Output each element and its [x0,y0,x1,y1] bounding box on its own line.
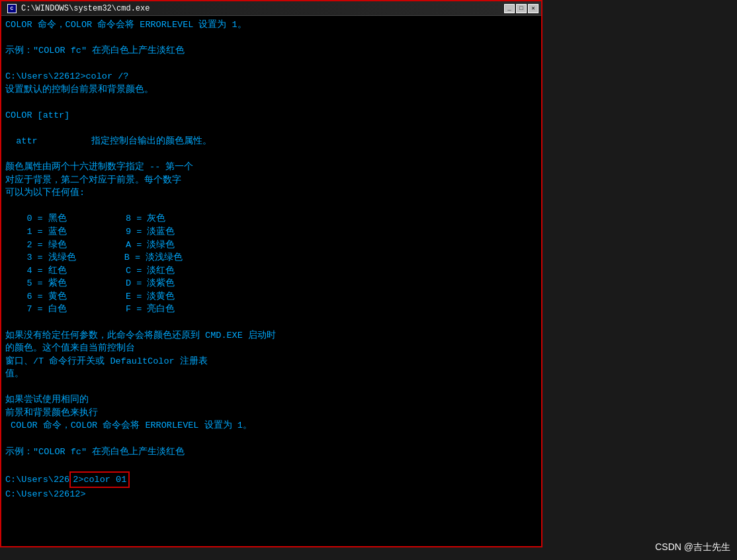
watermark: CSDN @吉士先生 [655,541,730,553]
terminal-final-prompt: C:\Users\22612> [5,488,537,501]
terminal-line-20: 4 = 红色 C = 淡红色 [5,264,537,278]
maximize-button[interactable]: □ [516,4,527,13]
window-icon: C [7,3,17,14]
terminal-line-23: 7 = 白色 F = 亮白色 [5,303,537,316]
terminal-command-line: C:\Users\2262>color 01 [5,471,537,489]
terminal-line-32: COLOR 命令，COLOR 命令会将 ERRORLEVEL 设置为 1。 [5,419,537,432]
terminal-line-14: 可以为以下任何值: [5,186,537,200]
terminal-line-25: 如果没有给定任何参数，此命令会将颜色还原到 CMD.EXE 启动时 [5,329,537,342]
title-bar: C C:\WINDOWS\system32\cmd.exe _ □ ✕ [1,1,542,16]
terminal-line-28: 值。 [5,368,537,381]
terminal-line-31: 前景和背景颜色来执行 [5,407,537,420]
terminal-line-26: 的颜色。这个值来自当前控制台 [5,342,537,355]
terminal-line-blank3 [5,96,537,109]
highlighted-command[interactable]: 2>color 01 [69,471,130,489]
terminal-line-17: 1 = 蓝色 9 = 淡蓝色 [5,225,537,239]
terminal-line-blank4 [5,122,537,136]
terminal-line-22: 6 = 黄色 E = 淡黄色 [5,290,537,303]
terminal-line-8: COLOR [attr] [5,109,537,122]
window-title: C:\WINDOWS\system32\cmd.exe [21,4,150,13]
terminal-line-1: COLOR 命令，COLOR 命令会将 ERRORLEVEL 设置为 1。 [5,19,537,32]
cmd-icon: C [7,4,17,13]
terminal-line-blank10 [5,458,537,471]
terminal-line-blank9 [5,432,537,446]
terminal-line-6: 设置默认的控制台前景和背景颜色。 [5,83,537,97]
terminal-line-34: 示例："COLOR fc" 在亮白色上产生淡红色 [5,446,537,459]
window-controls: _ □ ✕ [504,4,539,13]
terminal-line-blank5 [5,148,537,161]
terminal-line-27: 窗口、/T 命令行开关或 DefaultColor 注册表 [5,355,537,368]
terminal-line-3: 示例："COLOR fc" 在亮白色上产生淡红色 [5,44,537,58]
terminal-line-12: 颜色属性由两个十六进制数字指定 -- 第一个 [5,161,537,174]
minimize-button[interactable]: _ [504,4,515,13]
terminal-line-blank6 [5,200,537,213]
terminal-line-10: attr 指定控制台输出的颜色属性。 [5,135,537,148]
terminal-line-blank8 [5,381,537,394]
terminal-line-18: 2 = 绿色 A = 淡绿色 [5,239,537,252]
terminal-content: COLOR 命令，COLOR 命令会将 ERRORLEVEL 设置为 1。 示例… [1,16,541,546]
terminal-line-blank1 [5,32,537,45]
close-button[interactable]: ✕ [528,4,539,13]
terminal-line-16: 0 = 黑色 8 = 灰色 [5,212,537,225]
terminal-line-21: 5 = 紫色 D = 淡紫色 [5,277,537,290]
terminal-line-blank2 [5,58,537,71]
terminal-line-blank7 [5,316,537,329]
terminal-window: C C:\WINDOWS\system32\cmd.exe _ □ ✕ COLO… [0,0,542,547]
terminal-line-5: C:\Users\22612>color /? [5,70,537,83]
terminal-line-19: 3 = 浅绿色 B = 淡浅绿色 [5,251,537,264]
terminal-line-13: 对应于背景，第二个对应于前景。每个数字 [5,174,537,187]
terminal-line-30: 如果尝试使用相同的 [5,393,537,407]
